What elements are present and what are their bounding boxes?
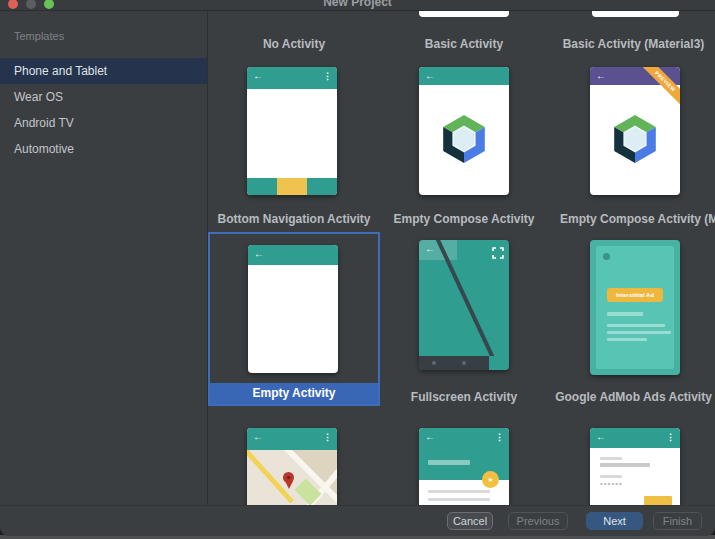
sidebar-header: Templates xyxy=(14,30,64,42)
placeholder-line xyxy=(607,312,643,316)
back-arrow-icon: ← xyxy=(596,70,606,82)
camera-dot xyxy=(603,253,610,260)
template-gallery: No Activity Basic Activity Basic Activit… xyxy=(208,11,715,534)
map-pin-icon xyxy=(287,476,290,479)
sidebar-divider xyxy=(207,11,208,534)
sidebar-item-phone-and-tablet[interactable]: Phone and Tablet xyxy=(0,58,207,84)
template-thumb-empty-compose-activity-material3[interactable]: ← PREVIEW xyxy=(590,67,680,195)
template-thumb-fullscreen-activity[interactable]: ← xyxy=(419,240,509,370)
back-arrow-icon: ← xyxy=(425,70,435,82)
field-label-line xyxy=(600,475,622,478)
template-label-empty-compose-activity-material3[interactable]: Empty Compose Activity (Material3) xyxy=(560,211,715,227)
back-arrow-icon: ← xyxy=(596,431,606,443)
nav-segment xyxy=(307,178,337,195)
kebab-menu-icon: ⋮ xyxy=(323,431,332,443)
back-arrow-icon: ← xyxy=(425,243,435,255)
placeholder-line xyxy=(607,324,665,327)
template-label-bottom-navigation-activity[interactable]: Bottom Navigation Activity xyxy=(210,211,378,227)
template-thumb-basic-activity[interactable] xyxy=(419,11,509,17)
new-project-dialog: New Project Templates Phone and Tablet W… xyxy=(0,0,715,536)
template-label-empty-compose-activity[interactable]: Empty Compose Activity xyxy=(380,211,548,227)
thumb-app-bar: ← xyxy=(248,245,338,265)
bottom-nav-bar xyxy=(247,178,337,195)
thumb-app-bar: ← ⋮ xyxy=(247,67,337,89)
sidebar-item-automotive[interactable]: Automotive xyxy=(0,136,207,162)
template-label-google-admob-ads-activity[interactable]: Google AdMob Ads Activity xyxy=(552,389,715,405)
dialog-footer: Cancel Previous Next Finish xyxy=(0,505,715,536)
back-arrow-icon: ← xyxy=(253,431,263,443)
window-title: New Project xyxy=(0,0,715,9)
fullscreen-expand-icon xyxy=(492,245,504,263)
back-arrow-icon: ← xyxy=(253,70,263,82)
template-thumb-empty-compose-activity[interactable]: ← xyxy=(419,67,509,195)
nav-dot xyxy=(432,361,436,365)
template-thumb-basic-activity-material3[interactable] xyxy=(592,11,679,17)
finish-button[interactable]: Finish xyxy=(653,512,702,530)
fab-star-icon: ★ xyxy=(482,471,499,488)
thumb-app-bar: ← ⋮ xyxy=(590,428,680,448)
text-field-line xyxy=(600,463,650,467)
nav-segment xyxy=(247,178,277,195)
kebab-menu-icon: ⋮ xyxy=(495,431,504,443)
sidebar-item-android-tv[interactable]: Android TV xyxy=(0,110,207,136)
placeholder-line xyxy=(428,490,490,493)
field-label-line xyxy=(600,457,622,460)
selected-template-label: Empty Activity xyxy=(210,383,378,404)
password-dots: •••••• xyxy=(600,479,623,488)
title-bar: New Project xyxy=(0,0,715,11)
compose-logo-icon xyxy=(609,113,661,165)
compose-logo-icon xyxy=(438,113,490,165)
admob-screen: Interstitial Ad xyxy=(596,246,674,369)
screen: New Project Templates Phone and Tablet W… xyxy=(0,0,715,539)
nav-segment-selected xyxy=(277,178,307,195)
back-arrow-icon: ← xyxy=(425,431,435,443)
thumb-app-bar: ← xyxy=(419,67,509,85)
template-label-basic-activity-material3[interactable]: Basic Activity (Material3) xyxy=(552,36,715,52)
placeholder-line xyxy=(607,331,671,334)
template-thumb-bottom-navigation-activity[interactable]: ← ⋮ xyxy=(247,67,337,195)
placeholder-line xyxy=(428,498,490,501)
next-button[interactable]: Next xyxy=(586,512,643,530)
nav-dot xyxy=(462,361,466,365)
template-label-no-activity[interactable]: No Activity xyxy=(210,36,378,52)
template-label-fullscreen-activity[interactable]: Fullscreen Activity xyxy=(380,389,548,405)
sidebar-list: Phone and Tablet Wear OS Android TV Auto… xyxy=(0,58,207,162)
cancel-button[interactable]: Cancel xyxy=(447,512,493,530)
templates-sidebar: Templates Phone and Tablet Wear OS Andro… xyxy=(0,11,207,505)
title-placeholder-line xyxy=(428,460,470,465)
back-arrow-icon: ← xyxy=(254,248,264,260)
template-thumb-google-admob-ads-activity[interactable]: Interstitial Ad xyxy=(590,240,680,375)
previous-button[interactable]: Previous xyxy=(508,512,568,530)
thumb-app-bar: ← ⋮ xyxy=(247,428,337,450)
kebab-menu-icon: ⋮ xyxy=(666,431,675,443)
kebab-menu-icon: ⋮ xyxy=(323,70,332,82)
interstitial-ad-badge: Interstitial Ad xyxy=(607,288,663,302)
placeholder-line xyxy=(607,338,647,341)
template-label-basic-activity[interactable]: Basic Activity xyxy=(380,36,548,52)
fullscreen-corner xyxy=(489,356,509,370)
template-thumb-empty-activity[interactable]: ← xyxy=(248,245,338,373)
sidebar-item-wear-os[interactable]: Wear OS xyxy=(0,84,207,110)
